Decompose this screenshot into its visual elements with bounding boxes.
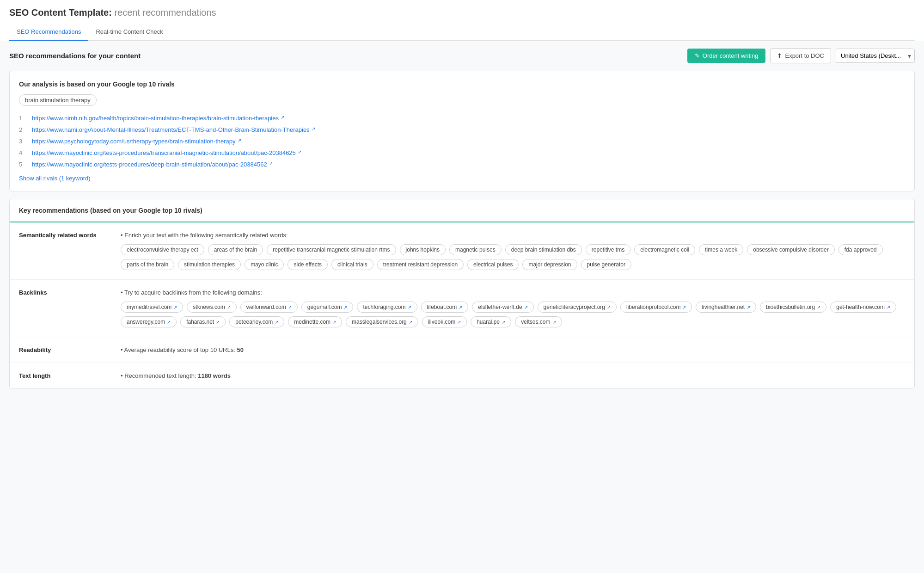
page-title: SEO Content Template: recent recommendat… (9, 7, 915, 18)
bullet-point: • (121, 289, 124, 296)
header-actions: ✎ Order content writing ⬆ Export to DOC … (687, 48, 915, 63)
semantic-tag: repetitive tms (586, 244, 630, 255)
rival-item: 5 https://www.mayoclinic.org/tests-proce… (19, 159, 905, 170)
semantic-tag: mayo clinic (245, 259, 284, 270)
rival-link-3[interactable]: https://www.psychologytoday.com/us/thera… (32, 138, 236, 145)
rival-item: 1 https://www.nimh.nih.gov/health/topics… (19, 112, 905, 124)
backlink-domain-tag: masslegalservices.org ↗ (346, 316, 418, 327)
analysis-card: Our analysis is based on your Google top… (9, 71, 915, 191)
rival-item: 3 https://www.psychologytoday.com/us/the… (19, 136, 905, 147)
semantic-tag: electroconvulsive therapy ect (121, 244, 204, 255)
semantic-tag: side effects (288, 259, 327, 270)
tab-seo-recommendations[interactable]: SEO Recommendations (9, 24, 88, 41)
semantically-related-section: Semantically related words • Enrich your… (10, 222, 914, 280)
upload-icon: ⬆ (777, 52, 782, 59)
analysis-title: Our analysis is based on your Google top… (19, 80, 905, 88)
semantic-tag: areas of the brain (208, 244, 263, 255)
semantic-tag: times a week (699, 244, 743, 255)
semantic-tag: repetitive transcranial magnetic stimula… (267, 244, 396, 255)
external-link-icon: ↗ (269, 161, 275, 166)
semantic-tag: pulse generator (581, 259, 631, 270)
external-link-icon: ↗ (298, 149, 303, 155)
text-length-value: 1180 words (198, 372, 231, 379)
backlink-domain-tag: peteearley.com ↗ (229, 316, 284, 327)
backlink-domain-tag: veltsos.com ↗ (515, 316, 562, 327)
backlink-domain-tag: faharas.net ↗ (180, 316, 226, 327)
backlink-domain-tag: iliveok.com ↗ (422, 316, 467, 327)
backlink-domain-tag: bioethicsbulletin.org ↗ (760, 302, 826, 313)
backlink-domain-tag: mymeditravel.com ↗ (121, 302, 183, 313)
semantically-related-label: Semantically related words (19, 232, 111, 270)
readability-score: 50 (237, 346, 243, 353)
main-content: SEO recommendations for your content ✎ O… (0, 41, 924, 404)
readability-content: • Average readability score of top 10 UR… (121, 346, 905, 353)
semantic-tag: obsessive compulsive disorder (747, 244, 834, 255)
location-selector-wrapper: United States (Deskt... (836, 49, 915, 63)
text-length-label: Text length (19, 372, 111, 379)
semantic-tag: electrical pulses (467, 259, 519, 270)
semantic-tags-container: electroconvulsive therapy ectareas of th… (121, 244, 905, 270)
backlink-domain-tag: stknews.com ↗ (187, 302, 236, 313)
text-length-section: Text length • Recommended text length: 1… (10, 363, 914, 388)
readability-label: Readability (19, 346, 111, 353)
backlink-domain-tag: geneticliteracyproject.org ↗ (538, 302, 617, 313)
order-content-writing-button[interactable]: ✎ Order content writing (687, 49, 766, 63)
rivals-list: 1 https://www.nimh.nih.gov/health/topics… (19, 112, 905, 170)
semantic-tag: johns hopkins (400, 244, 446, 255)
export-to-doc-button[interactable]: ⬆ Export to DOC (770, 48, 831, 63)
external-link-icon: ↗ (238, 138, 243, 143)
rival-link-5[interactable]: https://www.mayoclinic.org/tests-procedu… (32, 161, 267, 168)
semantic-tag: parts of the brain (121, 259, 174, 270)
external-link-icon: ↗ (281, 115, 286, 120)
edit-icon: ✎ (695, 52, 700, 59)
rival-item: 4 https://www.mayoclinic.org/tests-proce… (19, 147, 905, 159)
tab-realtime-check[interactable]: Real-time Content Check (88, 24, 170, 41)
semantic-tag: treatment resistant depression (377, 259, 464, 270)
rec-card-header: Key recommendations (based on your Googl… (10, 199, 914, 222)
rival-link-4[interactable]: https://www.mayoclinic.org/tests-procedu… (32, 149, 296, 156)
semantic-tag: magnetic pulses (449, 244, 502, 255)
location-dropdown[interactable]: United States (Deskt... (836, 49, 915, 63)
rec-card-title: Key recommendations (based on your Googl… (19, 207, 905, 214)
backlink-domain-tag: techforaging.com ↗ (357, 302, 417, 313)
external-link-icon: ↗ (312, 126, 317, 132)
backlinks-content: • Try to acquire backlinks from the foll… (121, 289, 905, 327)
semantic-tag: electromagnetic coil (634, 244, 695, 255)
backlinks-label: Backlinks (19, 289, 111, 327)
bullet-point: • (121, 372, 124, 379)
backlink-domain-tag: lifeboat.com ↗ (421, 302, 469, 313)
recommendations-card: Key recommendations (based on your Googl… (9, 199, 915, 389)
readability-section: Readability • Average readability score … (10, 337, 914, 363)
semantic-tag: major depression (522, 259, 577, 270)
semantic-tag: stimulation therapies (178, 259, 241, 270)
semantic-tag: clinical trials (331, 259, 373, 270)
backlink-domain-tag: livinghealthier.net ↗ (696, 302, 756, 313)
backlink-domain-tag: answeregy.com ↗ (121, 316, 177, 327)
semantic-tag: fda approved (838, 244, 883, 255)
rival-item: 2 https://www.nami.org/About-Mental-Illn… (19, 124, 905, 136)
backlink-domain-tag: huaral.pe ↗ (471, 316, 511, 327)
backlink-tags-container: mymeditravel.com ↗stknews.com ↗wellonwar… (121, 302, 905, 327)
tab-bar: SEO Recommendations Real-time Content Ch… (9, 24, 915, 41)
semantically-related-intro: • Enrich your text with the following se… (121, 232, 905, 239)
text-length-content: • Recommended text length: 1180 words (121, 372, 905, 379)
backlink-domain-tag: elsflether-werft.de ↗ (472, 302, 533, 313)
rival-link-2[interactable]: https://www.nami.org/About-Mental-Illnes… (32, 126, 310, 133)
bullet-point: • (121, 232, 124, 239)
semantic-tag: deep brain stimulation dbs (505, 244, 582, 255)
page-header: SEO Content Template: recent recommendat… (0, 0, 924, 41)
backlink-domain-tag: gegumall.com ↗ (301, 302, 354, 313)
backlink-domain-tag: medinette.com ↗ (288, 316, 342, 327)
semantically-related-content: • Enrich your text with the following se… (121, 232, 905, 270)
backlink-domain-tag: get-health-now.com ↗ (830, 302, 896, 313)
backlink-domain-tag: wellonward.com ↗ (240, 302, 298, 313)
show-all-rivals-button[interactable]: Show all rivals (1 keyword) (19, 175, 91, 182)
content-header: SEO recommendations for your content ✎ O… (9, 48, 915, 63)
backlinks-intro: • Try to acquire backlinks from the foll… (121, 289, 905, 296)
rival-link-1[interactable]: https://www.nimh.nih.gov/health/topics/b… (32, 115, 279, 122)
backlinks-section: Backlinks • Try to acquire backlinks fro… (10, 280, 914, 337)
section-title: SEO recommendations for your content (9, 52, 141, 60)
keyword-tag: brain stimulation therapy (19, 94, 97, 106)
backlink-domain-tag: liberationprotocol.com ↗ (620, 302, 692, 313)
